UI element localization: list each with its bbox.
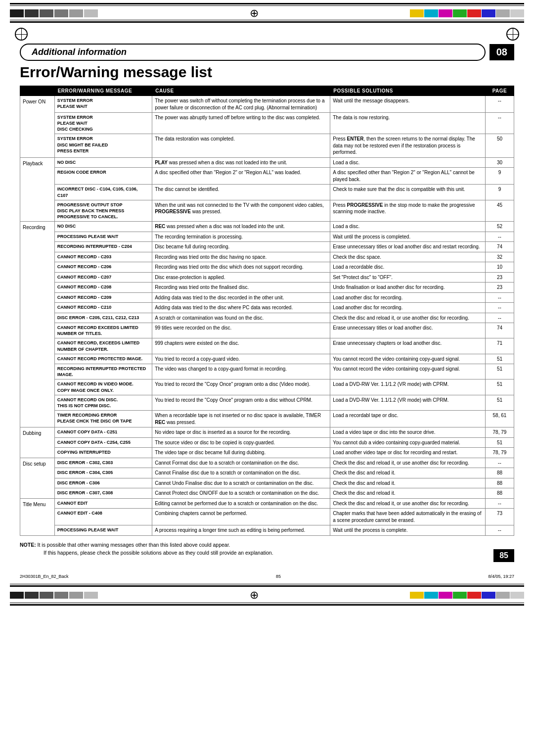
solution-cell: Chapter marks that have been added autom… [330,509,486,525]
page-ref-cell: 71 [485,338,514,354]
table-row: PROCESSING PLEASE WAITA process requirin… [20,525,514,536]
solution-cell: Load a recordabl tape or disc. [330,411,486,427]
solution-cell: Load a disc. [330,157,486,168]
cause-cell: A disc specified other than "Region 2" o… [152,168,330,185]
table-row: CANNOT RECORD - C206Recording was tried … [20,262,514,273]
table-row: PROGRESSIVE OUTPUT STOPDISC PLAY BACK TH… [20,200,514,221]
solution-cell: Erase unnecessary titles or load another… [330,242,486,252]
solution-cell: Wait until the message disappears. [330,96,486,113]
cause-cell: Cannot Format disc due to a scratch or c… [152,458,330,468]
category-cell: Power ON [20,96,55,158]
solution-cell: You cannot dub a video containing copy-g… [330,437,486,448]
note-section: NOTE: It is possible that other warning … [20,541,514,558]
cause-cell: Disc erase-protection is applied. [152,272,330,283]
error-code-cell: CANNOT RECORD - C208 [54,283,152,293]
page-ref-cell: 30 [485,157,514,168]
col-header-error: ERROR/WARNING MESSAGE [54,86,152,96]
error-code-cell: SYSTEM ERRORPLEASE WAIT [54,96,152,113]
cause-cell: The data restoration was completed. [152,134,330,158]
page-ref-cell: -- [485,313,514,323]
col-header-solutions: POSSIBLE SOLUTIONS [330,86,486,96]
cause-cell: Recording was tried onto the disc having… [152,252,330,262]
solution-cell: Erase unnecessary titles or load another… [330,323,486,338]
category-cell: Recording [20,222,55,427]
page-ref-cell: -- [485,232,514,242]
solution-cell: Load a DVD-RW Ver. 1.1/1.2 (VR mode) wit… [330,395,486,410]
error-code-cell: TIMER RECORDING ERRORPLEASE CHCK THE DIS… [54,411,152,427]
solution-cell: Press ENTER, then the screen returns to … [330,134,486,158]
table-row: Power ONSYSTEM ERRORPLEASE WAITThe power… [20,96,514,113]
cause-cell: REC was pressed when a disc was not load… [152,222,330,232]
table-row: RecordingNO DISCREC was pressed when a d… [20,222,514,232]
page-ref-cell: -- [485,498,514,509]
solution-cell: Load another disc for recording. [330,292,486,303]
cause-cell: When a recordable tape is not inserted o… [152,411,330,427]
cause-cell: Editing cannot be performed due to a scr… [152,498,330,509]
note-bold: NOTE: [20,542,36,548]
error-code-cell: INCORRECT DISC - C104, C105, C106, C107 [54,185,152,200]
page-ref-cell: 88 [485,488,514,499]
cause-cell: 999 chapters were existed on the disc. [152,338,330,354]
col-header-page: PAGE [485,86,514,96]
error-code-cell: CANNOT EDIT - C408 [54,509,152,525]
page-ref-cell: 58, 61 [485,411,514,427]
solution-cell: Undo finalisation or load another disc f… [330,283,486,293]
cause-cell: Cannot Protect disc ON/OFF due to a scra… [152,488,330,499]
cause-cell: Cannot Finalise disc due to a scratch or… [152,468,330,478]
table-row: RECORDING INTERRUPTED - C204Disc became … [20,242,514,252]
footer-left: 2H30301B_En_82_Back [20,574,69,579]
table-row: SYSTEM ERRORDISC MIGHT BE FAILEDPRESS EN… [20,134,514,158]
table-row: Disc setupDISC ERROR - C302, C303Cannot … [20,458,514,468]
crosshair-top: ⊕ [250,8,259,19]
page-ref-cell: -- [485,113,514,134]
error-code-cell: NO DISC [54,157,152,168]
table-row: CANNOT RECORD IN VIDEO MODE.COPY IMAGE O… [20,379,514,395]
color-blocks-right [410,9,524,17]
error-code-cell: CANNOT RECORD - C210 [54,303,152,313]
page-ref-cell: -- [485,525,514,536]
table-row: INCORRECT DISC - C104, C105, C106, C107T… [20,185,514,200]
cause-cell: A process requiring a longer time such a… [152,525,330,536]
solution-cell: Set "Protect disc" to "OFF". [330,272,486,283]
cause-cell: You tried to record the "Copy Once" prog… [152,395,330,410]
page-number-badge: 85 [493,549,514,562]
cause-cell: Disc became full during recording. [152,242,330,252]
error-code-cell: DISC ERROR - C304, C305 [54,468,152,478]
solution-cell: Load a video tape or disc into the sourc… [330,427,486,438]
page-ref-cell: 10 [485,262,514,273]
page-ref-cell: 9 [485,185,514,200]
footer-right: 8/4/05, 19:27 [488,574,514,579]
error-code-cell: DISC ERROR - C302, C303 [54,458,152,468]
page-ref-cell: -- [485,96,514,113]
page-ref-cell: 73 [485,509,514,525]
page-ref-cell: 51 [485,379,514,395]
note-text2: If this happens, please check the possib… [44,550,273,556]
solution-cell: Check the disc and reload it. [330,478,486,488]
solution-cell: Check to make sure that the disc is comp… [330,185,486,200]
category-cell: Disc setup [20,458,55,498]
cause-cell: The recording termination is processing. [152,232,330,242]
solution-cell: Wait until the process is complete. [330,525,486,536]
note-text1: It is possible that other warning messag… [36,542,230,548]
error-code-cell: CANNOT COPY DATA - C251 [54,427,152,438]
table-row: COPYING INTERRUPTEDThe video tape or dis… [20,448,514,458]
cause-cell: You tried to record the "Copy Once" prog… [152,379,330,395]
error-code-cell: PROGRESSIVE OUTPUT STOPDISC PLAY BACK TH… [54,200,152,221]
cause-cell: Adding data was tried to the disc where … [152,303,330,313]
error-code-cell: NO DISC [54,222,152,232]
cause-cell: The power was abruptly turned off before… [152,113,330,134]
table-row: SYSTEM ERRORPLEASE WAITDISC CHECKINGThe … [20,113,514,134]
cause-cell: Recording was tried onto the finalised d… [152,283,330,293]
error-code-cell: DISC ERROR - C205, C211, C212, C213 [54,313,152,323]
error-code-cell: CANNOT RECORD, EXCEEDS LIMITED NUMBER OF… [54,338,152,354]
error-code-cell: CANNOT RECORD PROTECTED IMAGE. [54,354,152,364]
page-ref-cell: 78, 79 [485,427,514,438]
error-code-cell: PROCESSING PLEASE WAIT [54,232,152,242]
cause-cell: The video was changed to a copy-guard fo… [152,364,330,379]
page-ref-cell: 51 [485,437,514,448]
cause-cell: 99 titles were recorded on the disc. [152,323,330,338]
solution-cell: Check the disc space. [330,252,486,262]
table-row: DISC ERROR - C205, C211, C212, C213A scr… [20,313,514,323]
solution-cell: Erase unnecessary chapters or load anoth… [330,338,486,354]
error-code-cell: COPYING INTERRUPTED [54,448,152,458]
